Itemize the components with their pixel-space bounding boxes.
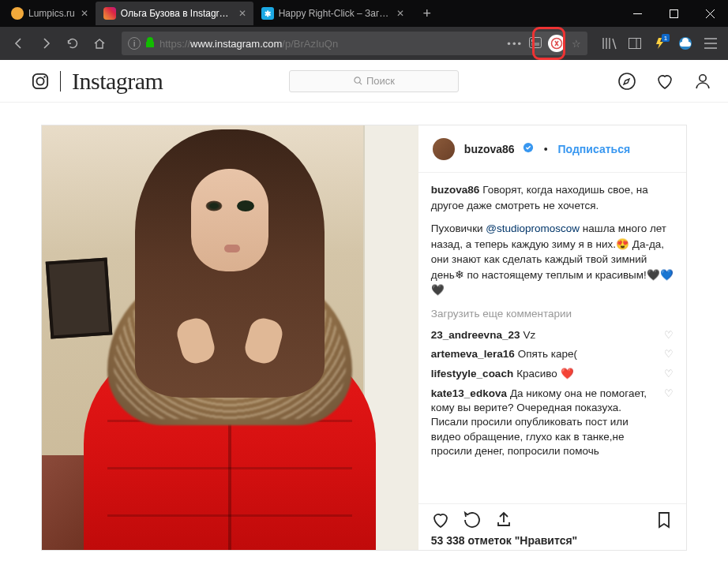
toolbar: i https://www.instagram.com/p/BrAzIuQn •… <box>0 27 728 60</box>
comment: artemeva_lera16Опять каре( ♡ <box>431 347 674 362</box>
extension-icon[interactable] <box>548 35 565 52</box>
username[interactable]: buzova86 <box>464 143 515 155</box>
sidebar-icon[interactable] <box>624 32 646 54</box>
site-icon: ✱ <box>261 7 274 20</box>
comment-user[interactable]: lifestyyle_coach <box>431 368 513 379</box>
svg-rect-4 <box>629 39 641 49</box>
reader-icon[interactable] <box>529 37 542 50</box>
close-button[interactable] <box>692 2 728 25</box>
extension-savefrom-icon[interactable] <box>674 32 696 54</box>
site-icon <box>11 7 24 20</box>
follow-button[interactable]: Подписаться <box>558 143 631 155</box>
svg-rect-2 <box>531 39 535 42</box>
comment: 23_andreevna_23Vz ♡ <box>431 328 674 343</box>
tab-happy-right-click[interactable]: ✱ Happy Right-Click – Загрузи ✕ <box>253 2 411 25</box>
post-header: buzova86 • Подписаться <box>418 125 686 173</box>
load-more-comments[interactable]: Загрузить еще комментарии <box>431 306 674 322</box>
comment: kate13_edkovaДа никому она не помогает, … <box>431 387 674 458</box>
site-icon <box>103 7 116 20</box>
caption-text-2a: Пуховички <box>431 222 486 234</box>
svg-rect-6 <box>33 73 47 88</box>
heart-icon[interactable]: ♡ <box>664 347 674 362</box>
svg-point-8 <box>43 76 45 77</box>
comment-text: Vz <box>523 329 535 341</box>
share-icon[interactable] <box>494 510 513 529</box>
post-card: buzova86 • Подписаться buzova86Говорят, … <box>41 125 687 551</box>
reload-button[interactable] <box>60 31 85 56</box>
browser-chrome: Lumpics.ru ✕ Ольга Бузова в Instagram: «… <box>0 0 728 60</box>
library-icon[interactable] <box>599 32 621 54</box>
tab-label: Ольга Бузова в Instagram: «Г <box>121 8 233 19</box>
heart-icon[interactable]: ♡ <box>664 328 674 343</box>
instagram-wordmark: Instagram <box>72 68 163 95</box>
svg-point-10 <box>619 73 635 89</box>
forward-button[interactable] <box>33 31 58 56</box>
svg-point-7 <box>36 77 43 84</box>
likes-count[interactable]: 53 338 отметок "Нравится" <box>431 534 674 547</box>
close-icon[interactable]: ✕ <box>236 7 249 20</box>
svg-point-11 <box>700 74 706 80</box>
home-button[interactable] <box>87 31 112 56</box>
heart-icon[interactable]: ♡ <box>664 387 674 402</box>
tab-label: Lumpics.ru <box>28 8 75 19</box>
back-button[interactable] <box>6 31 32 56</box>
toolbar-extensions <box>599 32 722 54</box>
lock-icon <box>145 37 155 50</box>
search-placeholder: Поиск <box>366 75 395 87</box>
search-icon <box>354 77 362 85</box>
instagram-nav <box>617 72 712 91</box>
bookmark-icon[interactable] <box>655 510 674 529</box>
camera-icon <box>32 73 49 90</box>
verified-icon <box>523 142 534 155</box>
post-actions: 53 338 отметок "Нравится" <box>418 503 686 550</box>
new-tab-button[interactable]: + <box>416 2 438 24</box>
avatar[interactable] <box>431 136 456 162</box>
heart-icon[interactable]: ♡ <box>664 367 674 382</box>
minimize-button[interactable] <box>619 2 655 25</box>
post-sidebar: buzova86 • Подписаться buzova86Говорят, … <box>418 125 686 550</box>
tab-instagram[interactable]: Ольга Бузова в Instagram: «Г ✕ <box>96 2 253 25</box>
mention-link[interactable]: @studiopromoscow <box>486 222 580 234</box>
comment: lifestyyle_coachКрасиво ❤️ ♡ <box>431 367 674 382</box>
menu-icon[interactable] <box>700 32 722 54</box>
info-icon[interactable]: i <box>128 37 141 50</box>
url-text: https://www.instagram.com/p/BrAzIuQn <box>159 38 502 50</box>
close-icon[interactable]: ✕ <box>78 7 91 20</box>
svg-rect-0 <box>670 9 677 17</box>
bookmark-icon[interactable]: ☆ <box>572 38 581 50</box>
comment-text: Красиво ❤️ <box>516 368 573 379</box>
tab-strip: Lumpics.ru ✕ Ольга Бузова в Instagram: «… <box>0 0 728 27</box>
caption: buzova86Говорят, когда находишь свое, на… <box>431 182 674 213</box>
comment-user[interactable]: 23_andreevna_23 <box>431 329 520 341</box>
post-image[interactable] <box>42 125 418 550</box>
more-icon[interactable]: ••• <box>507 38 523 50</box>
comment-user[interactable]: artemeva_lera16 <box>431 348 515 360</box>
separator: • <box>544 143 548 155</box>
tab-lumpics[interactable]: Lumpics.ru ✕ <box>3 2 96 25</box>
close-icon[interactable]: ✕ <box>394 7 407 20</box>
caption-area: buzova86Говорят, когда находишь свое, на… <box>418 173 686 503</box>
window-controls <box>619 2 728 25</box>
divider <box>60 71 61 92</box>
caption-continued: Пуховички @studiopromoscow нашла много л… <box>431 221 674 298</box>
comment-text: Опять каре( <box>518 348 577 360</box>
extension-runner-icon[interactable] <box>649 32 671 54</box>
url-actions: ••• ☆ <box>507 35 581 52</box>
search-input[interactable]: Поиск <box>289 70 459 92</box>
logo-group[interactable]: Instagram <box>32 68 163 95</box>
explore-icon[interactable] <box>617 72 636 91</box>
like-icon[interactable] <box>431 510 450 529</box>
svg-rect-1 <box>530 37 542 47</box>
url-bar[interactable]: i https://www.instagram.com/p/BrAzIuQn •… <box>122 32 587 55</box>
comment-user[interactable]: kate13_edkova <box>431 387 507 399</box>
heart-icon[interactable] <box>655 72 674 91</box>
instagram-header: Instagram Поиск <box>0 60 728 103</box>
svg-point-9 <box>355 77 360 83</box>
profile-icon[interactable] <box>693 72 712 91</box>
caption-username[interactable]: buzova86 <box>431 184 480 196</box>
maximize-button[interactable] <box>655 2 692 25</box>
tab-label: Happy Right-Click – Загрузи <box>279 8 391 19</box>
comment-icon[interactable] <box>463 510 482 529</box>
